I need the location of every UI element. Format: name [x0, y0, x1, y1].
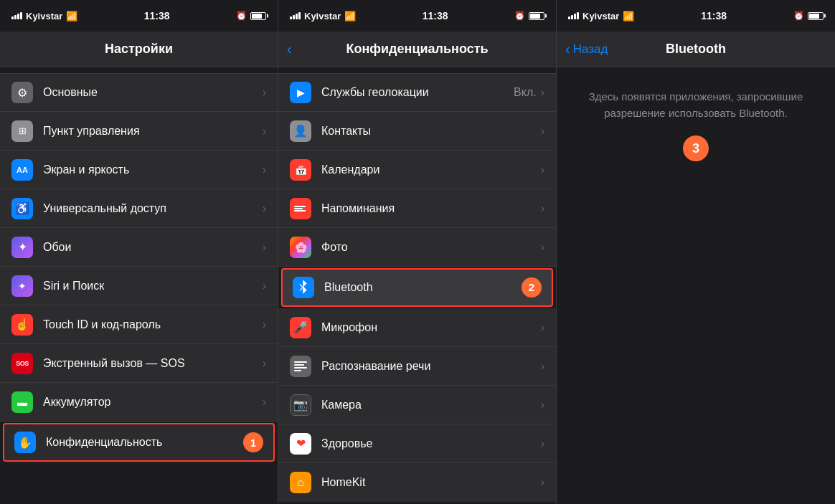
icon-accessibility: ♿	[11, 198, 33, 219]
status-bar-middle: Kyivstar 📶 11:38 ⏰	[278, 0, 556, 32]
privacy-item-contacts[interactable]: 👤 Контакты ›	[278, 112, 556, 151]
privacy-item-bluetooth[interactable]: Bluetooth 2	[281, 268, 553, 307]
nav-bar-middle: ‹ Конфиденциальность	[278, 32, 556, 67]
label-location: Службы геолокации	[321, 86, 514, 99]
privacy-item-health[interactable]: ❤ Здоровье ›	[278, 424, 556, 463]
label-privacy: Конфиденциальность	[46, 436, 243, 449]
settings-section-main: ⚙ Основные › ⊞ Пункт управления › AA Экр…	[0, 73, 278, 462]
chevron-sos: ›	[263, 357, 266, 370]
chevron-touchid: ›	[263, 318, 266, 331]
wifi-icon-left: 📶	[66, 11, 77, 22]
svg-rect-0	[294, 361, 307, 363]
status-right-right: ⏰	[793, 11, 824, 21]
status-right-left: ⏰	[236, 11, 266, 21]
icon-display: AA	[11, 159, 33, 181]
signal-bar-m1	[290, 16, 292, 19]
label-photos: Фото	[321, 241, 541, 254]
icon-privacy: ✋	[14, 432, 36, 453]
icon-siri: ✦	[11, 275, 33, 297]
icon-homekit: ⌂	[290, 472, 311, 493]
icon-touchid: ☝	[11, 314, 33, 336]
settings-item-battery[interactable]: ▬ Аккумулятор ›	[0, 383, 278, 422]
icon-control-center: ⊞	[11, 120, 33, 142]
signal-bars-right	[568, 12, 579, 19]
bluetooth-description: Здесь появятся приложения, запросившие р…	[568, 89, 824, 121]
signal-bar-r3	[574, 14, 576, 19]
battery-right	[808, 12, 824, 20]
battery-middle	[529, 12, 544, 20]
signal-bar-3	[17, 14, 19, 19]
time-right: 11:38	[701, 10, 727, 22]
step-badge-3: 3	[683, 135, 709, 161]
chevron-speech: ›	[541, 360, 544, 373]
settings-item-accessibility[interactable]: ♿ Универсальный доступ ›	[0, 189, 278, 228]
signal-bar-2	[14, 15, 16, 19]
carrier-right: Kyivstar	[582, 11, 619, 22]
settings-item-siri[interactable]: ✦ Siri и Поиск ›	[0, 267, 278, 305]
label-touchid: Touch ID и код-пароль	[43, 318, 263, 331]
carrier-middle: Kyivstar	[304, 11, 341, 22]
icon-speech	[290, 356, 311, 377]
bluetooth-content: Здесь появятся приложения, запросившие р…	[557, 67, 835, 176]
status-right-middle: ⏰	[514, 11, 544, 21]
svg-rect-1	[294, 364, 304, 366]
signal-bar-m3	[296, 14, 298, 19]
battery-fill-left	[252, 14, 262, 19]
settings-item-wallpaper[interactable]: ✦ Обои ›	[0, 228, 278, 267]
label-control-center: Пункт управления	[43, 125, 263, 138]
privacy-item-calendars[interactable]: 📅 Календари ›	[278, 151, 556, 189]
privacy-item-homekit[interactable]: ⌂ HomeKit ›	[278, 463, 556, 502]
label-general: Основные	[43, 86, 263, 99]
nav-back-right[interactable]: ‹ Назад	[565, 41, 608, 57]
nav-bar-right: ‹ Назад Bluetooth	[557, 32, 835, 67]
chevron-location: ›	[541, 86, 544, 99]
alarm-icon-right: ⏰	[793, 11, 804, 21]
settings-item-display[interactable]: AA Экран и яркость ›	[0, 151, 278, 189]
signal-bar-r1	[568, 16, 570, 19]
signal-bar-1	[11, 16, 14, 19]
privacy-item-location[interactable]: ▶ Службы геолокации Вкл. ›	[278, 73, 556, 112]
status-bar-right: Kyivstar 📶 11:38 ⏰	[557, 0, 835, 32]
settings-item-privacy[interactable]: ✋ Конфиденциальность 1	[3, 423, 275, 462]
battery-fill-middle	[530, 14, 540, 19]
chevron-calendars: ›	[541, 163, 544, 176]
label-wallpaper: Обои	[43, 241, 263, 254]
icon-microphone: 🎤	[290, 317, 311, 338]
label-display: Экран и яркость	[43, 163, 263, 176]
icon-calendars: 📅	[290, 159, 311, 181]
settings-item-sos[interactable]: SOS Экстренный вызов — SOS ›	[0, 344, 278, 383]
back-label-right: Назад	[573, 42, 608, 57]
chevron-reminders: ›	[541, 202, 544, 215]
icon-bluetooth	[293, 277, 314, 298]
nav-bar-left: Настройки	[0, 32, 278, 67]
signal-bar-m2	[293, 15, 295, 19]
settings-item-touchid[interactable]: ☝ Touch ID и код-пароль ›	[0, 305, 278, 344]
nav-title-right: Bluetooth	[666, 42, 726, 57]
settings-item-control-center[interactable]: ⊞ Пункт управления ›	[0, 112, 278, 151]
value-location: Вкл.	[514, 86, 537, 99]
signal-bar-r2	[571, 15, 573, 19]
privacy-item-microphone[interactable]: 🎤 Микрофон ›	[278, 308, 556, 347]
label-battery: Аккумулятор	[43, 396, 263, 409]
chevron-photos: ›	[541, 241, 544, 254]
icon-sos: SOS	[11, 353, 33, 374]
svg-rect-2	[294, 367, 307, 369]
privacy-item-camera[interactable]: 📷 Камера ›	[278, 386, 556, 424]
icon-location: ▶	[290, 82, 311, 103]
settings-item-general[interactable]: ⚙ Основные ›	[0, 73, 278, 112]
svg-rect-3	[294, 370, 301, 371]
icon-health: ❤	[290, 433, 311, 455]
privacy-item-photos[interactable]: 🌸 Фото ›	[278, 228, 556, 267]
privacy-item-reminders[interactable]: Напоминания ›	[278, 189, 556, 228]
label-camera: Камера	[321, 399, 541, 412]
nav-back-middle[interactable]: ‹	[287, 41, 292, 57]
privacy-item-speech[interactable]: Распознавание речи ›	[278, 347, 556, 386]
status-left-right: Kyivstar 📶	[568, 11, 634, 22]
label-contacts: Контакты	[321, 125, 541, 138]
chevron-general: ›	[263, 86, 266, 99]
label-sos: Экстренный вызов — SOS	[43, 357, 263, 370]
icon-photos: 🌸	[290, 237, 311, 258]
label-bluetooth: Bluetooth	[324, 281, 522, 294]
label-reminders: Напоминания	[321, 202, 541, 215]
privacy-list: ▶ Службы геолокации Вкл. › 👤 Контакты › …	[278, 67, 556, 504]
